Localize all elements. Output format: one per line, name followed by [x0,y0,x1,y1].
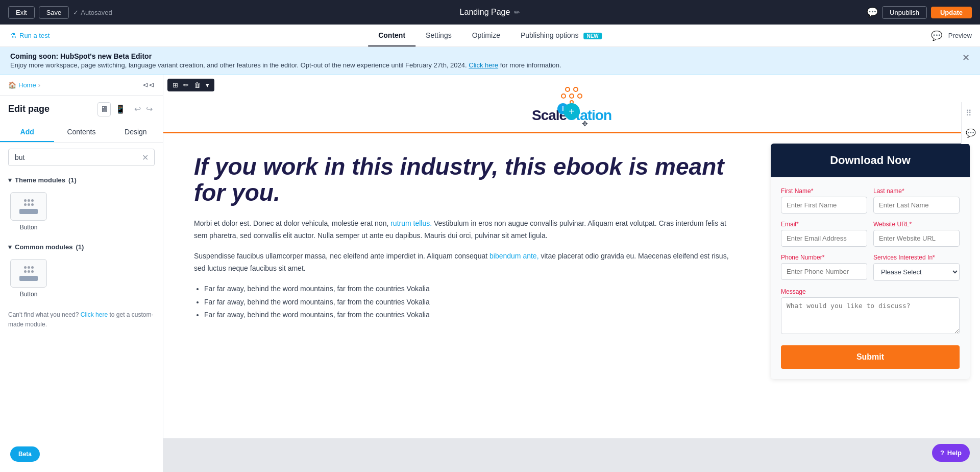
search-bar: ✕ [0,143,163,172]
breadcrumb[interactable]: 🏠 Home › [8,81,40,89]
tab-settings[interactable]: Settings [415,25,462,46]
redo-button[interactable]: ↪ [144,102,155,116]
toolbar-grid-icon[interactable]: ⊞ [170,80,180,90]
tab-content[interactable]: Content [368,25,415,46]
check-icon: ✓ [73,9,79,16]
chat-icon[interactable]: 💬 [867,7,878,18]
tab-optimize[interactable]: Optimize [462,25,510,46]
run-test-button[interactable]: ⚗ Run a test [10,32,50,39]
main-layout: 🏠 Home › ⊲⊲ Edit page 🖥 📱 ↩ ↪ Add Cont [0,75,980,472]
form-row-email: Email* Website URL* [781,221,960,247]
desktop-view-icon[interactable]: 🖥 [97,102,111,116]
update-button[interactable]: Update [931,7,972,18]
message-field: Message [781,288,960,334]
secondnav-right: 💬 Preview [931,30,972,41]
page-title: Landing Page ✏ [460,8,521,17]
phone-input[interactable] [781,263,867,280]
banner-link[interactable]: Click here [469,61,498,69]
help-button[interactable]: ? Help [932,444,970,462]
section-count: (1) [68,176,77,184]
common-modules-section[interactable]: ▾ Common modules (1) [0,239,163,255]
form-row-name: First Name* Last name* [781,187,960,214]
preview-button[interactable]: Preview [948,32,972,39]
section-collapse-icon2: ▾ [8,243,12,251]
list-item: Far far away, behind the word mountains,… [204,309,740,321]
theme-button-module[interactable]: Button [8,192,49,231]
beta-banner: Coming soon: HubSpot's new Beta Editor E… [0,47,980,75]
services-field: Services Interested In* Please Select SE… [873,254,960,281]
edit-title-icon[interactable]: ✏ [514,8,520,16]
email-input[interactable] [781,230,867,247]
sidebar: 🏠 Home › ⊲⊲ Edit page 🖥 📱 ↩ ↪ Add Cont [0,75,163,472]
theme-modules-grid: Button [0,188,163,239]
exit-button[interactable]: Exit [8,6,35,19]
floating-toolbar: ⊞ ✏ 🗑 ▾ [167,79,214,91]
banner-content: Coming soon: HubSpot's new Beta Editor E… [10,52,954,69]
move-handle-icon[interactable]: ✥ [582,120,588,128]
right-edge-grid-icon[interactable]: ⠿ [966,108,976,118]
unpublish-button[interactable]: Unpublish [882,6,927,19]
section-collapse-icon: ▾ [8,176,12,184]
email-label: Email* [781,221,867,228]
sidebar-header: 🏠 Home › ⊲⊲ [0,75,163,96]
view-icons: 🖥 📱 [97,102,128,116]
flask-icon: ⚗ [10,32,16,39]
new-badge: NEW [583,33,601,39]
save-button[interactable]: Save [39,6,69,19]
body-text-2: Suspendisse faucibus ullamcorper massa, … [194,250,740,275]
comment-icon[interactable]: 💬 [931,30,942,41]
email-field: Email* [781,221,867,247]
section-label-text: Theme modules [15,176,65,184]
cant-find-link[interactable]: Click here [81,311,108,318]
bullet-list: Far far away, behind the word mountains,… [204,282,740,321]
message-textarea[interactable] [781,297,960,334]
topbar-left: Exit Save ✓ Autosaved [8,6,112,19]
submit-button[interactable]: Submit [781,345,960,369]
website-input[interactable] [873,230,960,247]
undo-button[interactable]: ↩ [132,102,143,116]
banner-description: Enjoy more workspace, page switching, la… [10,61,954,69]
last-name-input[interactable] [873,197,960,214]
edit-page-header: Edit page 🖥 📱 ↩ ↪ [0,96,163,123]
common-button-module[interactable]: Button [8,259,49,298]
services-label: Services Interested In* [873,254,960,261]
nav-tabs: Content Settings Optimize Publishing opt… [368,25,612,46]
collapse-sidebar-button[interactable]: ⊲⊲ [142,81,155,89]
right-edge-comment-icon[interactable]: 💬 [966,128,976,138]
form-header: Download Now [771,144,970,177]
first-name-field: First Name* [781,187,867,214]
toolbar-edit-icon[interactable]: ✏ [181,80,191,90]
add-section-button[interactable]: + [564,103,580,120]
theme-modules-section[interactable]: ▾ Theme modules (1) [0,172,163,188]
breadcrumb-arrow-icon: › [38,81,40,89]
common-button-icon [10,259,47,288]
tab-publishing[interactable]: Publishing options NEW [510,25,612,46]
undo-redo-controls: ↩ ↪ [132,102,155,116]
topbar-center: Landing Page ✏ [460,8,521,17]
autosaved-status: ✓ Autosaved [73,9,112,16]
search-clear-icon[interactable]: ✕ [142,153,149,162]
form-body: First Name* Last name* [771,177,970,379]
content-left: If you work in this industry, this ebook… [163,133,761,438]
common-modules-grid: Button [0,255,163,306]
services-select[interactable]: Please Select SEO PPC Social Media Web D… [873,263,960,281]
editor-canvas[interactable]: ⊞ ✏ 🗑 ▾ [163,75,980,472]
help-icon: ? [940,449,944,457]
body-link-1[interactable]: rutrum tellus. [390,219,432,227]
tab-contents[interactable]: Contents [54,123,108,142]
tab-add[interactable]: Add [0,123,54,142]
theme-button-icon [10,192,47,221]
banner-close-icon[interactable]: ✕ [962,52,970,63]
mobile-view-icon[interactable]: 📱 [113,102,128,116]
beta-badge[interactable]: Beta [10,446,40,462]
first-name-input[interactable] [781,197,867,214]
toolbar-delete-icon[interactable]: 🗑 [192,80,203,90]
website-label: Website URL* [873,221,960,228]
last-name-field: Last name* [873,187,960,214]
tab-design[interactable]: Design [109,123,163,142]
content-right: Download Now First Name* [761,133,980,438]
body-link-2[interactable]: bibendum ante, [489,252,539,260]
toolbar-more-icon[interactable]: ▾ [204,80,211,90]
search-input[interactable] [8,149,155,166]
form-panel: Download Now First Name* [771,144,970,379]
